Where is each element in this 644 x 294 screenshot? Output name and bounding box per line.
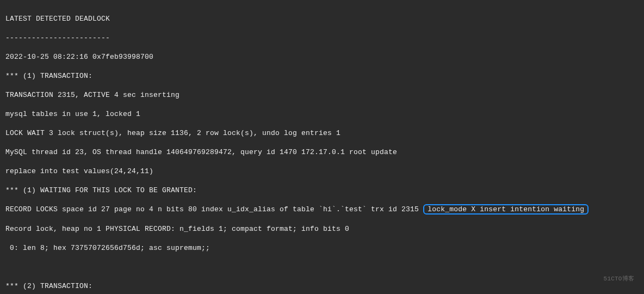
t1-stmt: replace into test values(24,24,11): [5, 167, 639, 176]
blank: [5, 262, 639, 272]
t1-wait-header: *** (1) WAITING FOR THIS LOCK TO BE GRAN…: [5, 186, 639, 195]
section-title: LATEST DETECTED DEADLOCK: [5, 14, 639, 24]
highlight-lockmode-1: lock_mode X insert intention waiting: [423, 204, 589, 215]
t1-trx: TRANSACTION 2315, ACTIVE 4 sec inserting: [5, 90, 639, 100]
t1-tables: mysql tables in use 1, locked 1: [5, 109, 639, 119]
t2-header: *** (2) TRANSACTION:: [5, 281, 639, 291]
t1-record-locks: RECORD LOCKS space id 27 page no 4 n bit…: [5, 205, 639, 215]
divider: ------------------------: [5, 33, 639, 43]
t1-thread: MySQL thread id 23, OS thread handle 140…: [5, 148, 639, 157]
t1-rec-pre: RECORD LOCKS space id 27 page no 4 n bit…: [5, 205, 423, 213]
t1-header: *** (1) TRANSACTION:: [5, 71, 639, 81]
watermark: 51CTO博客: [604, 275, 634, 283]
t1-lockwait: LOCK WAIT 3 lock struct(s), heap size 11…: [5, 128, 639, 138]
timestamp: 2022-10-25 08:22:16 0x7feb93998700: [5, 52, 639, 62]
t1-record-lock: Record lock, heap no 1 PHYSICAL RECORD: …: [5, 224, 639, 234]
t1-hex: 0: len 8; hex 73757072656d756d; asc supr…: [5, 243, 639, 253]
terminal-output: LATEST DETECTED DEADLOCK ---------------…: [0, 0, 644, 294]
